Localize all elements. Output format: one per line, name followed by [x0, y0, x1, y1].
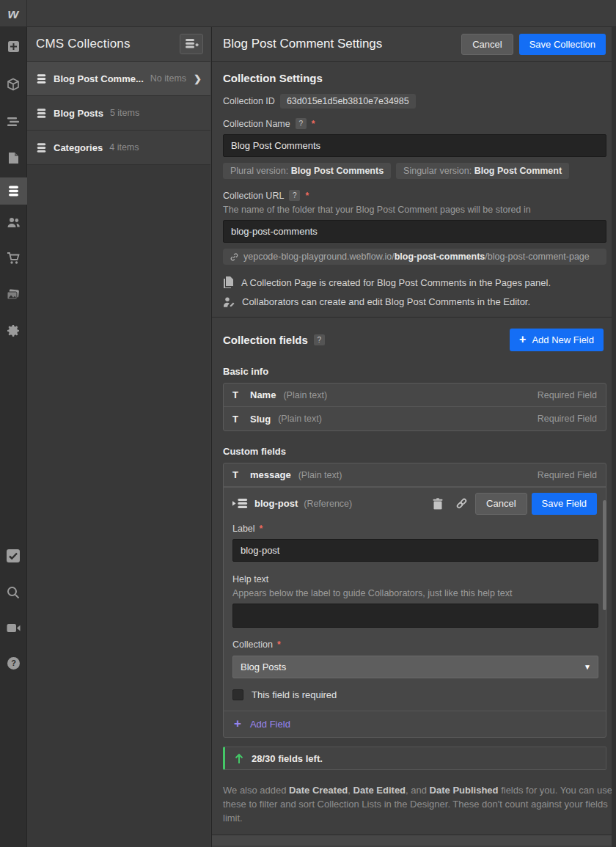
help-icon[interactable]: ? [0, 650, 27, 677]
field-name: Slug [250, 414, 271, 425]
help-text-desc: Appears below the label to guide Collabo… [232, 588, 597, 598]
plus-icon: + [234, 716, 241, 731]
fields-left-text: 28/30 fields left. [252, 753, 323, 764]
custom-fields-heading: Custom fields [223, 446, 604, 457]
cancel-button[interactable]: Cancel [461, 34, 513, 55]
sidebar-item-blog-posts[interactable]: Blog Posts 5 items [27, 96, 210, 131]
field-editor-header: blog-post (Reference) Cancel Save Field [224, 487, 606, 519]
section-heading-collection-settings: Collection Settings [223, 72, 604, 84]
required-asterisk: * [312, 119, 315, 129]
field-editor-body: Label * Help text Appears below the labe… [224, 524, 606, 700]
help-text-label: Help text [232, 574, 268, 584]
plural-label: Plural version: [230, 166, 291, 176]
components-icon[interactable] [0, 70, 27, 98]
link-icon [455, 497, 468, 510]
collection-id-value: 63d015e1d5eb3810e7e34985 [280, 94, 416, 109]
arrow-up-icon [234, 753, 244, 764]
pages-icon[interactable] [0, 144, 27, 172]
database-plus-icon [185, 38, 199, 50]
cancel-field-button[interactable]: Cancel [475, 493, 527, 515]
date-published-label: Date Published [430, 785, 499, 796]
save-collection-button[interactable]: Save Collection [519, 34, 606, 55]
trash-icon [433, 498, 443, 510]
field-help-input[interactable] [232, 604, 598, 628]
collection-count: No items [150, 73, 186, 84]
collaborators-note: Collaborators can create and edit Blog P… [223, 296, 604, 307]
delete-field-button[interactable] [428, 494, 447, 513]
collection-label: Categories [54, 142, 103, 153]
add-collection-button[interactable] [180, 34, 203, 54]
collection-select-label: Collection [232, 639, 273, 650]
collection-name-input[interactable] [223, 134, 606, 157]
section-divider [212, 317, 612, 318]
section-heading-collection-fields: Collection fields [223, 334, 308, 346]
help-badge-icon[interactable]: ? [289, 190, 300, 201]
help-badge-icon[interactable]: ? [296, 118, 307, 129]
required-field-badge: Required Field [538, 390, 597, 400]
required-asterisk: * [260, 524, 263, 534]
field-row-message[interactable]: T message (Plain text) Required Field [224, 463, 606, 487]
collection-url-input[interactable] [223, 220, 606, 243]
note-text: A Collection Page is created for Blog Po… [241, 277, 551, 288]
required-asterisk: * [305, 191, 309, 201]
collection-label: Blog Post Comme... [54, 73, 144, 84]
users-icon[interactable] [0, 209, 27, 236]
add-field-label: Add Field [250, 719, 290, 730]
url-preview-suffix: /blog-post-comment-page [485, 252, 589, 262]
field-row-name[interactable]: T Name (Plain text) Required Field [224, 384, 606, 407]
add-elements-icon[interactable] [0, 33, 27, 60]
plain-text-icon: T [232, 414, 243, 425]
field-type: (Plain text) [278, 414, 322, 424]
pages-note-icon [223, 276, 234, 288]
field-name: message [250, 469, 291, 480]
chevron-right-icon: ❯ [194, 73, 202, 84]
cms-icon[interactable] [0, 177, 27, 205]
field-required-label: This field is required [252, 689, 337, 700]
scrollbar-thumb[interactable] [603, 500, 606, 610]
collection-settings-panel: Blog Post Comment Settings Cancel Save C… [211, 27, 612, 847]
collection-select-value: Blog Posts [241, 661, 286, 672]
collection-count: 5 items [110, 108, 139, 118]
field-label-input[interactable] [232, 539, 598, 562]
webflow-logo[interactable]: w [0, 0, 27, 27]
plural-value: Blog Post Comments [291, 166, 384, 176]
collection-select[interactable]: Blog Posts ▼ [232, 656, 598, 678]
field-row-slug[interactable]: T Slug (Plain text) Required Field [224, 407, 606, 430]
field-type: (Reference) [304, 499, 352, 509]
note-text: , and [406, 785, 430, 796]
add-new-field-label: Add New Field [532, 334, 594, 345]
collaborator-edit-icon [223, 297, 235, 307]
collection-id-label: Collection ID [223, 96, 275, 106]
required-asterisk: * [277, 639, 281, 650]
field-name: Name [250, 389, 276, 400]
field-required-checkbox[interactable] [232, 689, 243, 700]
audit-icon[interactable] [0, 542, 27, 569]
settings-icon[interactable] [0, 317, 27, 344]
date-created-label: Date Created [289, 785, 348, 796]
search-icon[interactable] [0, 579, 27, 606]
scrollbar-track[interactable] [612, 27, 616, 847]
add-field-button[interactable]: + Add Field [224, 711, 606, 737]
url-preview-slug: blog-post-comments [395, 252, 485, 262]
video-icon[interactable] [0, 615, 27, 642]
singular-label: Singular version: [403, 166, 474, 176]
sidebar-item-blog-post-comments[interactable]: Blog Post Comme... No items ❯ [27, 62, 210, 96]
assets-icon[interactable] [0, 281, 27, 308]
collection-label: Blog Posts [54, 108, 103, 119]
database-icon [36, 142, 47, 153]
save-field-button[interactable]: Save Field [532, 493, 597, 515]
collection-url-label: Collection URL [223, 191, 284, 201]
field-type: (Plain text) [283, 390, 327, 400]
navigator-icon[interactable] [0, 108, 27, 135]
required-field-badge: Required Field [538, 414, 597, 424]
top-bar: w [0, 0, 616, 27]
add-new-field-button[interactable]: +Add New Field [510, 329, 604, 351]
collection-name-label: Collection Name [223, 119, 290, 129]
sidebar-item-categories[interactable]: Categories 4 items [27, 131, 210, 165]
chevron-down-icon: ▼ [584, 663, 591, 671]
connect-field-button[interactable] [452, 494, 471, 513]
help-badge-icon[interactable]: ? [314, 334, 325, 345]
singular-value: Blog Post Comment [474, 166, 562, 176]
left-toolbar: ? [0, 27, 27, 847]
ecommerce-icon[interactable] [0, 245, 27, 272]
